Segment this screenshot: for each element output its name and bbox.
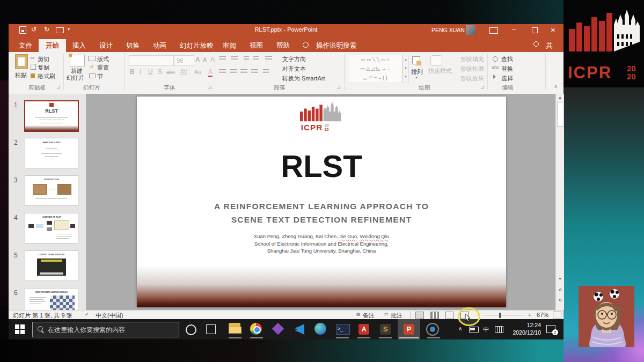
- powershell-icon[interactable]: >_: [336, 323, 349, 336]
- avatar[interactable]: [466, 25, 475, 35]
- restore-button[interactable]: [532, 27, 538, 33]
- shrink-font-icon[interactable]: A: [203, 57, 207, 63]
- comments-button[interactable]: 批注: [391, 312, 402, 320]
- minimize-button[interactable]: ─: [512, 26, 516, 32]
- share-button[interactable]: 共享: [539, 39, 564, 52]
- decrease-indent-icon[interactable]: [244, 56, 249, 61]
- sublime-icon[interactable]: S: [379, 323, 392, 336]
- notes-button[interactable]: 备注: [363, 312, 375, 320]
- font-color-button[interactable]: A: [208, 68, 213, 77]
- format-painter-button[interactable]: 格式刷: [38, 72, 55, 80]
- current-slide[interactable]: ICPR 20 20 RLST A REINFORCEMENT LEARNING…: [137, 97, 506, 307]
- recorder-icon[interactable]: [426, 323, 439, 336]
- shape-fill-button[interactable]: 形状填充: [460, 55, 484, 63]
- scrollbar-thumb[interactable]: [557, 102, 564, 127]
- next-slide-button[interactable]: «: [557, 297, 564, 305]
- paste-label[interactable]: 粘贴: [15, 71, 27, 79]
- ribbon-display-options-icon[interactable]: [489, 27, 498, 34]
- text-direction-button[interactable]: 文字方向: [282, 55, 306, 63]
- new-slide-icon[interactable]: [70, 55, 85, 67]
- select-button[interactable]: 选择: [501, 75, 513, 83]
- font-dialog-launcher[interactable]: ◿: [208, 85, 211, 90]
- italic-button[interactable]: I: [140, 68, 141, 76]
- section-button[interactable]: 节: [97, 72, 103, 80]
- reset-button[interactable]: 重置: [97, 64, 109, 72]
- find-button[interactable]: 查找: [501, 55, 513, 63]
- language-status[interactable]: 中文(中国): [96, 312, 123, 320]
- vscode-icon[interactable]: [293, 323, 306, 336]
- zoom-percentage[interactable]: 67%: [537, 312, 548, 318]
- shape-effects-button[interactable]: 形状效果: [460, 75, 484, 83]
- slide-thumbnail-5[interactable]: CONTEXT GLANCE MODULE: [25, 250, 78, 281]
- align-right-icon[interactable]: [240, 69, 247, 74]
- tab-slideshow[interactable]: 幻灯片放映: [173, 39, 221, 52]
- layout-button[interactable]: 版式: [97, 55, 109, 63]
- smartart-button[interactable]: 转换为 SmartArt: [282, 75, 325, 83]
- slide-thumbnail-3[interactable]: INTRODUCTION: [25, 175, 78, 206]
- tray-expand-icon[interactable]: ∧: [458, 326, 462, 331]
- bold-button[interactable]: B: [130, 68, 135, 76]
- touch-keyboard-icon[interactable]: [495, 326, 503, 333]
- visual-studio-icon[interactable]: [272, 323, 284, 336]
- shapes-gallery[interactable]: ▭ ▭ ╲ ╲ ▭ ○ ▭ △ ◿ ◺ → ↓ ◡ ◠ ~ ⌣ { }: [348, 55, 402, 83]
- shapes-row-2[interactable]: ▭ △ ◿ ◺ → ↓: [348, 64, 402, 73]
- spellcheck-icon[interactable]: ✓: [85, 312, 89, 317]
- slide-sorter-view-button[interactable]: [430, 312, 439, 319]
- tab-help[interactable]: 帮助: [269, 39, 297, 52]
- notification-icon[interactable]: 2: [546, 325, 555, 333]
- zoom-slider-track[interactable]: [483, 315, 525, 315]
- tab-design[interactable]: 设计: [92, 39, 120, 52]
- copy-button[interactable]: 复制: [38, 64, 49, 72]
- slide-counter[interactable]: 幻灯片 第 1 张, 共 9 张: [13, 312, 72, 320]
- shapes-scroll-down[interactable]: ▼: [403, 64, 408, 72]
- slide-thumbnail-1[interactable]: RLST: [24, 100, 79, 132]
- align-text-button[interactable]: 对齐文本: [282, 65, 306, 73]
- task-view-icon[interactable]: [206, 324, 216, 334]
- tellme-search[interactable]: 操作说明搜索: [309, 39, 363, 52]
- columns-icon[interactable]: [263, 69, 269, 74]
- clipboard-dialog-launcher[interactable]: ◿: [57, 85, 60, 90]
- slide-thumbnail-2[interactable]: WHAT'S INCLUDED: [25, 138, 78, 168]
- grow-font-icon[interactable]: A: [195, 56, 200, 63]
- scroll-up-button[interactable]: ▲: [556, 94, 564, 101]
- zoom-in-button[interactable]: +: [528, 312, 531, 318]
- clock[interactable]: 12:24 2020/12/10: [508, 321, 541, 336]
- user-name[interactable]: PENG XUAN: [431, 27, 465, 33]
- tab-transitions[interactable]: 切换: [119, 39, 147, 52]
- edge-icon[interactable]: [314, 323, 327, 336]
- underline-button[interactable]: U: [148, 68, 153, 76]
- collapse-ribbon-icon[interactable]: ∧: [554, 83, 558, 89]
- strikethrough-button[interactable]: abc: [166, 69, 175, 75]
- numbering-icon[interactable]: [231, 56, 238, 61]
- bullets-icon[interactable]: [219, 56, 226, 61]
- fit-to-window-button[interactable]: [553, 312, 561, 319]
- shapes-scroll[interactable]: ▲ ▼ ▾: [402, 55, 409, 83]
- quick-styles-button[interactable]: 快速样式: [428, 67, 452, 75]
- slide-thumbnail-4[interactable]: OVERVIEW OF RLST: [25, 213, 78, 243]
- ime-indicator[interactable]: 中: [483, 326, 489, 334]
- clear-format-icon[interactable]: A: [210, 56, 215, 63]
- taskbar-search-box[interactable]: 在这里输入你要搜索的内容: [32, 322, 179, 337]
- start-button[interactable]: [15, 324, 25, 334]
- replace-button[interactable]: 替换: [501, 65, 513, 73]
- vertical-scrollbar[interactable]: ▲ ▼ « «: [555, 94, 564, 310]
- chrome-icon[interactable]: [250, 323, 263, 336]
- tab-file[interactable]: 文件: [12, 39, 39, 52]
- file-explorer-icon[interactable]: [229, 323, 241, 336]
- tab-review[interactable]: 审阅: [216, 39, 243, 52]
- paragraph-dialog-launcher[interactable]: ◿: [337, 85, 340, 90]
- slide-thumbnail-6[interactable]: REINFORCEMENT LEARNING MODULE: [25, 288, 78, 310]
- shadow-button[interactable]: S: [158, 68, 162, 76]
- tab-home[interactable]: 开始: [39, 39, 66, 52]
- previous-slide-button[interactable]: «: [557, 286, 564, 294]
- close-button[interactable]: ×: [551, 25, 555, 34]
- shapes-scroll-up[interactable]: ▲: [403, 55, 408, 64]
- zoom-slider-thumb[interactable]: [499, 313, 501, 318]
- drawing-dialog-launcher[interactable]: ◿: [481, 85, 484, 90]
- new-slide-label2[interactable]: 幻灯片: [67, 74, 84, 82]
- line-spacing-icon[interactable]: [265, 56, 272, 61]
- battery-icon[interactable]: [469, 327, 479, 333]
- powerpoint-taskbar-slot[interactable]: P: [398, 319, 420, 339]
- cortana-icon[interactable]: [186, 324, 196, 335]
- reading-view-button[interactable]: [445, 312, 454, 319]
